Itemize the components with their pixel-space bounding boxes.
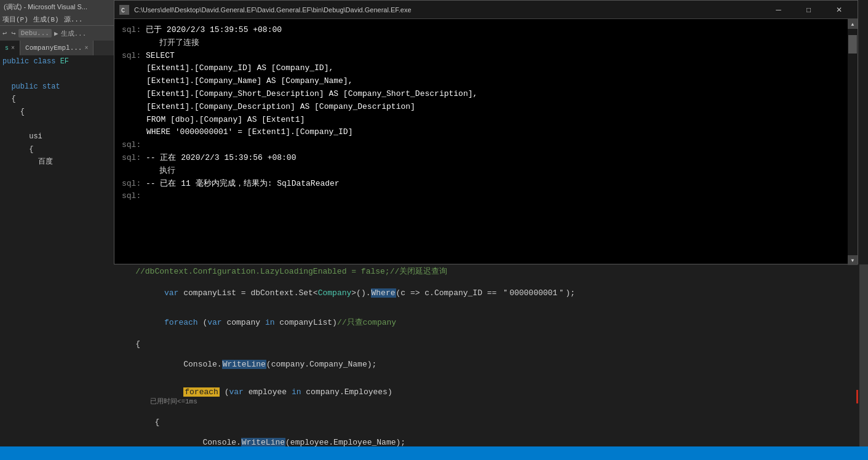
close-button[interactable]: ✕ (825, 3, 853, 17)
left-code-6 (0, 118, 114, 130)
console-line-14: sql: (122, 190, 850, 203)
sql-content-9: WHERE '0000000001' = [Extent1].[Company_… (146, 127, 352, 137)
tab-close-s[interactable]: × (11, 45, 15, 52)
console-line-2: 打开了连接 (122, 37, 850, 50)
code-line-brace1: { (114, 337, 858, 351)
console-window: C C:\Users\dell\Desktop\David.General.EF… (114, 0, 858, 264)
sql-prefix-1: sql: (122, 25, 141, 34)
code-foreach2-text: foreach (var employee in company.Employe… (116, 378, 392, 415)
console-icon: C (119, 5, 129, 15)
ide-title-text: (调试) - Microsoft Visual S... (4, 2, 87, 12)
console-line-5: [Extent1].[Company_Name] AS [Company_Nam… (122, 75, 850, 88)
ide-left-panel: public class EF public stat { { usi { 百度 (0, 55, 114, 446)
code-line-comment: //dbContext.Configuration.LazyLoadingEna… (114, 264, 858, 278)
start-icon[interactable]: ▶ (54, 30, 58, 38)
sql-content-1: 已于 2020/2/3 15:39:55 +08:00 (146, 25, 282, 34)
minimize-button[interactable]: ─ (765, 3, 792, 17)
left-code-1: public class EF (0, 55, 114, 68)
time-badge: 已用时间<=1ms (150, 398, 197, 405)
tab-company-empl[interactable]: CompanyEmpl... × (20, 41, 94, 55)
foreach-highlight: foreach (183, 387, 220, 397)
console-line-13: sql: -- 已在 11 毫秒内完成，结果为: SqlDataReader (122, 178, 850, 191)
ide-tabs: s × CompanyEmpl... × (0, 41, 114, 55)
scrollbar-thumb[interactable] (848, 35, 857, 54)
build-icon[interactable]: 生成... (61, 29, 87, 38)
console-titlebar: C C:\Users\dell\Desktop\David.General.EF… (114, 1, 858, 19)
console-line-11: sql: -- 正在 2020/2/3 15:39:56 +08:00 (122, 152, 850, 165)
ide-titlebar: (调试) - Microsoft Visual S... (0, 0, 114, 14)
sql-content-6: [Extent1].[Company_Short_Description] AS… (146, 89, 477, 98)
sql-prefix-13: sql: (122, 179, 141, 188)
tab-s[interactable]: s × (0, 41, 20, 55)
code-line-foreach1: foreach (var company in companyList)//只查… (114, 307, 858, 337)
comment-text: //dbContext.Configuration.LazyLoadingEna… (116, 266, 447, 277)
code-editor-lower: //dbContext.Configuration.LazyLoadingEna… (114, 264, 858, 446)
console-line-3: sql: SELECT (122, 50, 850, 63)
left-code-2 (0, 68, 114, 80)
debug-dropdown[interactable]: Debu... (18, 29, 52, 38)
sql-prefix-14: sql: (122, 191, 141, 200)
console-line-9: WHERE '0000000001' = [Extent1].[Company_… (122, 126, 850, 139)
sql-content-5: [Extent1].[Company_Name] AS [Company_Nam… (146, 76, 352, 85)
code-line-companylist: var companyList = dbContext.Set<Company>… (114, 278, 858, 307)
sql-content-7: [Extent1].[Company_Description] AS [Comp… (146, 102, 415, 111)
sql-content-3: SELECT (146, 51, 175, 60)
scrollbar-track[interactable] (848, 29, 858, 255)
console-line-8: FROM [dbo].[Company] AS [Extent1] (122, 114, 850, 127)
tab-s-icon: s (5, 45, 9, 52)
code-line-writeline1: Console.WriteLine(company.Company_Name); (114, 351, 858, 378)
sql-prefix-10: sql: (122, 140, 141, 149)
sql-prefix-11: sql: (122, 153, 141, 162)
console-line-1: sql: 已于 2020/2/3 15:39:55 +08:00 (122, 24, 850, 37)
tab-close-company[interactable]: × (84, 45, 88, 52)
tab-company-label: CompanyEmpl... (25, 44, 82, 52)
left-code-7: usi (0, 130, 114, 143)
scroll-down-arrow[interactable]: ▼ (848, 255, 858, 265)
console-indent-12: 执行 (140, 166, 175, 175)
left-code-9: 百度 (0, 156, 114, 168)
code-brace2-text: { (116, 418, 159, 427)
code-line-writeline2: Console.WriteLine(employee.Employee_Name… (114, 429, 858, 446)
console-controls[interactable]: ─ □ ✕ (765, 3, 853, 17)
right-scrollbar[interactable] (859, 264, 868, 446)
code-writeline1-text: Console.WriteLine(company.Company_Name); (116, 351, 376, 378)
menu-item-source[interactable]: 源... (64, 15, 83, 24)
sql-content-4: [Extent1].[Company_ID] AS [Company_ID], (146, 63, 333, 73)
console-indent-2: 打开了连接 (140, 38, 199, 47)
ide-menubar: 项目(P) 生成(B) 源... (0, 14, 114, 26)
sql-content-13: -- 已在 11 毫秒内完成，结果为: SqlDataReader (146, 179, 340, 188)
ide-background: (调试) - Microsoft Visual S... 项目(P) 生成(B)… (0, 0, 114, 460)
console-title-left: C C:\Users\dell\Desktop\David.General.EF… (119, 5, 412, 15)
code-line-brace2: { (114, 415, 858, 429)
scroll-up-arrow[interactable]: ▲ (848, 19, 858, 29)
console-scrollbar[interactable]: ▲ ▼ (848, 19, 858, 265)
console-content[interactable]: sql: 已于 2020/2/3 15:39:55 +08:00 打开了连接 s… (114, 19, 858, 264)
left-code-4: { (0, 93, 114, 105)
sql-content-11: -- 正在 2020/2/3 15:39:56 +08:00 (146, 153, 296, 162)
console-line-10: sql: (122, 139, 850, 152)
menu-item-project[interactable]: 项目(P) (2, 15, 28, 24)
code-writeline2-text: Console.WriteLine(employee.Employee_Name… (116, 429, 405, 446)
console-title-text: C:\Users\dell\Desktop\David.General.EF\D… (134, 6, 412, 14)
code-foreach1-text: foreach (var company in companyList)//只查… (116, 307, 396, 337)
code-line-foreach2: foreach (var employee in company.Employe… (114, 378, 858, 415)
code-companylist-text: var companyList = dbContext.Set<Company>… (116, 278, 575, 307)
left-code-3: public stat (0, 81, 114, 93)
sql-prefix-3: sql: (122, 51, 141, 60)
statusbar (0, 446, 868, 460)
sql-content-8: FROM [dbo].[Company] AS [Extent1] (146, 115, 305, 124)
code-brace1-text: { (116, 339, 140, 349)
ide-toolbar: ↩ ↪ Debu... ▶ 生成... (0, 26, 114, 41)
left-code-5: { (0, 106, 114, 118)
maximize-button[interactable]: □ (795, 3, 822, 17)
gutter-marker (856, 390, 858, 403)
undo-icon[interactable]: ↩ ↪ (2, 29, 16, 38)
console-line-6: [Extent1].[Company_Short_Description] AS… (122, 88, 850, 101)
left-code-8: { (0, 143, 114, 156)
console-line-4: [Extent1].[Company_ID] AS [Company_ID], (122, 62, 850, 75)
console-line-12: 执行 (122, 165, 850, 178)
where-keyword: Where (371, 288, 396, 298)
menu-item-build[interactable]: 生成(B) (33, 15, 59, 24)
svg-text:C: C (121, 7, 125, 14)
console-line-7: [Extent1].[Company_Description] AS [Comp… (122, 101, 850, 114)
